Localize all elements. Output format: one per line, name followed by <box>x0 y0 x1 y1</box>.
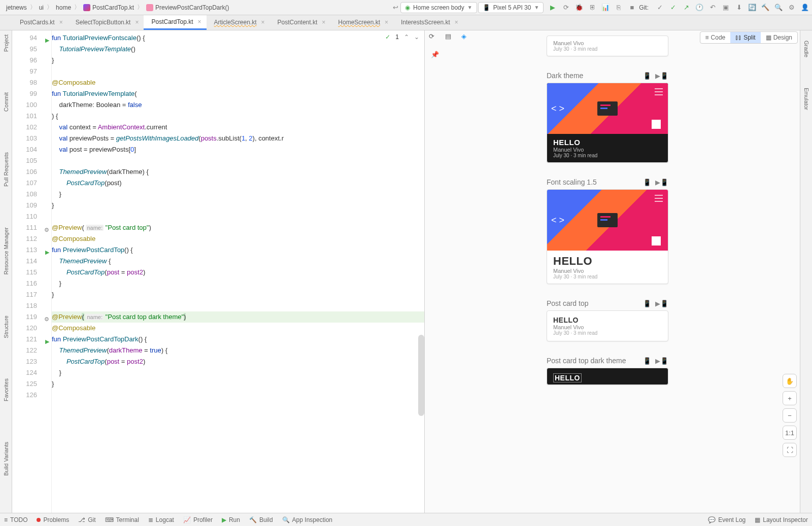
settings-icon[interactable]: ⚙ <box>788 4 796 12</box>
profiler-icon[interactable]: 📊 <box>601 4 610 12</box>
tab-interestsscreen[interactable]: InterestsScreen.kt× <box>393 16 463 30</box>
refresh-preview-icon[interactable]: ⟳ <box>429 32 438 42</box>
close-icon[interactable]: × <box>261 19 265 26</box>
preview-card[interactable]: < >HELLOManuel VivoJuly 30 · 3 min read <box>547 189 668 284</box>
tool-build-variants[interactable]: Build Variants <box>3 442 9 476</box>
zoom-in-icon[interactable]: + <box>783 391 797 405</box>
sync-icon[interactable]: 🔄 <box>748 4 756 12</box>
tool-favorites[interactable]: Favorites <box>3 378 9 401</box>
device-dropdown[interactable]: 📱Pixel 5 API 30▼ <box>478 2 544 13</box>
profiler-tool[interactable]: 📈 Profiler <box>183 516 213 523</box>
rollback-icon[interactable]: ↶ <box>708 4 717 12</box>
code-area[interactable]: fun TutorialPreviewFontscale() { Tutoria… <box>52 30 424 513</box>
pin-icon[interactable]: 📌 <box>431 51 439 58</box>
search-icon[interactable]: 🔍 <box>774 4 783 12</box>
prev-highlight-icon[interactable]: ⌃ <box>404 33 409 41</box>
tab-postcardtop[interactable]: PostCardTop.kt× <box>144 15 206 30</box>
build-tool[interactable]: 🔨 Build <box>249 516 273 523</box>
terminal-tool[interactable]: ⌨ Terminal <box>105 516 139 523</box>
zoom-fit-icon[interactable]: ⛶ <box>783 443 797 457</box>
deploy-preview-icon[interactable]: 📱 <box>643 300 651 307</box>
breadcrumb[interactable]: jetnews〉 ui〉 home〉 PostCardTop.kt〉 Previ… <box>3 2 232 13</box>
tool-structure[interactable]: Structure <box>3 315 9 338</box>
vcs-update-icon[interactable]: ✓ <box>656 4 664 12</box>
attach-icon[interactable]: ⎘ <box>615 4 623 12</box>
problems-tool[interactable]: Problems <box>37 516 69 523</box>
event-log-tool[interactable]: 💬 Event Log <box>708 516 746 523</box>
tab-selecttopicbutton[interactable]: SelectTopicButton.kt× <box>68 16 144 30</box>
view-mode-code[interactable]: ≡ Code <box>700 32 731 43</box>
next-highlight-icon[interactable]: ⌄ <box>414 33 419 41</box>
preview-card[interactable]: HELLO <box>547 368 668 385</box>
inspection-status-icon[interactable]: ✓ <box>385 33 390 41</box>
close-icon[interactable]: × <box>135 19 139 26</box>
preview-card[interactable]: < >HELLOManuel VivoJuly 30 · 3 min read <box>547 83 668 163</box>
tool-pull-requests[interactable]: Pull Requests <box>3 152 9 187</box>
tab-postcards[interactable]: PostCards.kt× <box>12 16 68 30</box>
deploy-preview-icon[interactable]: 📱 <box>643 357 651 365</box>
stop-icon[interactable]: ■ <box>628 4 636 12</box>
debug-icon[interactable]: 🐞 <box>575 4 583 12</box>
close-icon[interactable]: × <box>385 19 388 26</box>
view-mode-switcher[interactable]: ≡ Code ⫿⫿ Split ▦ Design <box>700 31 798 44</box>
preview-title: Post card top dark theme <box>547 357 626 365</box>
avd-icon[interactable]: ▣ <box>722 4 730 12</box>
vcs-push-icon[interactable]: ↗ <box>682 4 690 12</box>
animate-preview-icon[interactable]: ▶📱 <box>655 357 668 365</box>
gutter[interactable]: 94▶9596979899100101102103104105106107108… <box>12 30 52 513</box>
tab-postcontent[interactable]: PostContent.kt× <box>270 16 331 30</box>
preview-card[interactable]: Manuel VivoJuly 30 · 3 min read <box>547 36 668 56</box>
animate-preview-icon[interactable]: ▶📱 <box>655 72 668 80</box>
logcat-tool[interactable]: ≣ Logcat <box>148 516 174 523</box>
animate-preview-icon[interactable]: ▶📱 <box>655 300 668 307</box>
preview-card[interactable]: HELLOManuel VivoJuly 30 · 3 min read <box>547 310 668 341</box>
apply-changes-icon[interactable]: ⟳ <box>562 4 570 12</box>
run-tool[interactable]: ▶Run <box>222 516 240 523</box>
git-label: Git: <box>639 4 649 11</box>
zoom-out-icon[interactable]: − <box>783 408 797 423</box>
tab-articlescreen[interactable]: ArticleScreen.kt× <box>207 16 270 30</box>
vcs-commit-icon[interactable]: ✓ <box>669 4 677 12</box>
kotlin-file-icon <box>83 4 90 11</box>
tool-resource-manager[interactable]: Resource Manager <box>3 227 9 275</box>
run-configuration-dropdown[interactable]: ◉Home screen body▼ <box>400 2 477 13</box>
view-mode-split[interactable]: ⫿⫿ Split <box>730 32 760 43</box>
deploy-preview-icon[interactable]: 📱 <box>643 72 651 80</box>
history-icon[interactable]: 🕐 <box>695 4 703 12</box>
interactive-preview-icon[interactable]: ▤ <box>445 32 454 42</box>
layers-icon[interactable]: ◈ <box>461 32 470 42</box>
todo-tool[interactable]: ≡ TODO <box>4 516 27 523</box>
coverage-icon[interactable]: ⛨ <box>588 4 596 12</box>
deploy-preview-icon[interactable]: 📱 <box>643 179 651 186</box>
back-icon[interactable]: ↩ <box>391 4 399 12</box>
tool-project[interactable]: Project <box>3 34 9 52</box>
view-mode-design[interactable]: ▦ Design <box>761 32 797 43</box>
right-tool-window-bar[interactable]: GradleEmulator <box>800 30 812 513</box>
build-icon[interactable]: 🔨 <box>761 4 769 12</box>
avatar-icon[interactable]: 👤 <box>801 4 809 12</box>
preview-image: < > <box>547 190 668 251</box>
editor-scrollbar[interactable] <box>418 335 424 416</box>
bottom-tool-bar: ≡ TODO Problems ⎇ Git ⌨ Terminal ≣ Logca… <box>0 513 812 526</box>
git-tool[interactable]: ⎇ Git <box>78 516 95 523</box>
code-editor[interactable]: 94▶9596979899100101102103104105106107108… <box>12 30 424 513</box>
zoom-reset-icon[interactable]: 1:1 <box>783 426 797 440</box>
close-icon[interactable]: × <box>59 19 63 26</box>
close-icon[interactable]: × <box>198 18 201 25</box>
close-icon[interactable]: × <box>455 19 458 26</box>
left-tool-window-bar[interactable]: ProjectCommitPull RequestsResource Manag… <box>0 30 12 513</box>
run-icon[interactable]: ▶ <box>549 4 557 12</box>
tab-homescreen[interactable]: HomeScreen.kt× <box>330 16 393 30</box>
tool-emulator[interactable]: Emulator <box>803 88 809 110</box>
close-icon[interactable]: × <box>322 19 325 26</box>
preview-toolbar: ⟳ ▤ ◈ <box>429 32 470 42</box>
sdk-icon[interactable]: ⬇ <box>735 4 743 12</box>
layout-inspector-tool[interactable]: ▦ Layout Inspector <box>755 516 808 523</box>
animate-preview-icon[interactable]: ▶📱 <box>655 179 668 186</box>
pan-icon[interactable]: ✋ <box>783 374 797 388</box>
app-inspection-tool[interactable]: 🔍 App Inspection <box>282 516 332 523</box>
tool-commit[interactable]: Commit <box>3 92 9 112</box>
navigation-bar: jetnews〉 ui〉 home〉 PostCardTop.kt〉 Previ… <box>0 0 812 15</box>
preview-group: Post card top dark theme📱▶📱HELLO <box>547 357 668 385</box>
tool-gradle[interactable]: Gradle <box>803 41 809 57</box>
